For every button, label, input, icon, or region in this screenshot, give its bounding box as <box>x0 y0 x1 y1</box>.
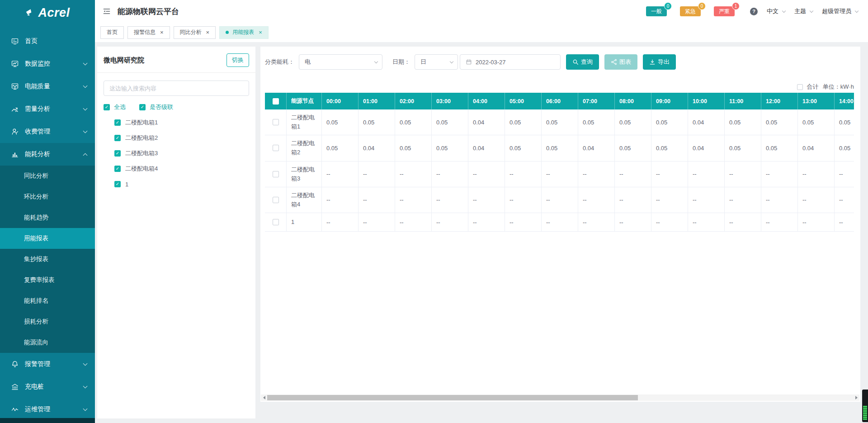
value-cell: -- <box>542 162 578 187</box>
tab-3[interactable]: 用能报表× <box>219 26 269 39</box>
select-all-check[interactable]: ✓ 全选 <box>104 103 126 111</box>
alarm-badge-group: 一般0紧急0严重1 <box>646 6 735 16</box>
content-area: 微电网研究院 切换 ✓ 全选 ✓ 是否级联 ✓二楼配电箱1✓二楼配电箱2✓二楼配… <box>95 42 868 423</box>
tree-search-input[interactable] <box>104 81 249 96</box>
header-node-cell: 能源节点 <box>287 93 322 109</box>
scrollbar-thumb[interactable] <box>267 395 638 400</box>
theme-select[interactable]: 主题 <box>794 7 813 15</box>
tree-item-4[interactable]: ✓1 <box>114 176 255 192</box>
header-hour-cell: 00:00 <box>322 93 359 109</box>
export-button[interactable]: 导出 <box>643 54 676 70</box>
sidebar-item-label: 收费管理 <box>25 128 84 136</box>
value-cell: -- <box>395 213 432 232</box>
value-cell: -- <box>615 213 651 232</box>
table-header: 能源节点00:0001:0002:0003:0004:0005:0006:000… <box>265 93 854 109</box>
node-cell: 二楼配电箱1 <box>287 109 322 135</box>
submenu-item-5[interactable]: 复费率报表 <box>0 270 95 290</box>
tree-item-label: 二楼配电箱3 <box>125 149 158 157</box>
tab-close-icon[interactable]: × <box>160 29 164 35</box>
tree-item-checkbox[interactable]: ✓ <box>114 119 121 126</box>
category-select[interactable]: 电 <box>299 54 382 70</box>
select-all-rows-checkbox[interactable] <box>273 98 279 105</box>
tree-item-checkbox[interactable]: ✓ <box>114 150 121 157</box>
chart-button-label: 图表 <box>619 58 631 66</box>
row-checkbox[interactable] <box>273 171 279 177</box>
tree-item-0[interactable]: ✓二楼配电箱1 <box>114 115 255 130</box>
submenu-item-1[interactable]: 环比分析 <box>0 186 95 207</box>
sidebar-item-alarm[interactable]: 报警管理 <box>0 353 95 375</box>
row-checkbox[interactable] <box>273 145 279 151</box>
date-type-select[interactable]: 日 <box>415 54 458 70</box>
help-icon[interactable]: ? <box>750 8 758 15</box>
language-select[interactable]: 中文 <box>767 7 785 15</box>
value-cell: 0.05 <box>505 135 542 161</box>
tab-2[interactable]: 同比分析× <box>174 26 216 39</box>
tree-item-1[interactable]: ✓二楼配电箱2 <box>114 130 255 146</box>
scroll-right-arrow-icon[interactable] <box>853 394 859 401</box>
value-cell: -- <box>798 187 835 213</box>
header-hour-cell: 03:00 <box>432 93 468 109</box>
select-all-checkbox[interactable]: ✓ <box>104 104 110 110</box>
header-hour-cell: 01:00 <box>359 93 395 109</box>
submenu-item-8[interactable]: 能源流向 <box>0 332 95 353</box>
sidebar-item-fee-management[interactable]: 收费管理 <box>0 120 95 143</box>
row-checkbox[interactable] <box>273 219 279 225</box>
tab-close-icon[interactable]: × <box>206 29 210 35</box>
submenu-item-6[interactable]: 能耗排名 <box>0 290 95 311</box>
alarm-badge-1[interactable]: 紧急0 <box>680 6 701 16</box>
cascade-check[interactable]: ✓ 是否级联 <box>139 103 173 111</box>
value-cell: -- <box>651 187 688 213</box>
sidebar-item-data-monitor[interactable]: 数据监控 <box>0 52 95 75</box>
value-cell: 0.05 <box>615 109 651 135</box>
submenu-item-2[interactable]: 能耗趋势 <box>0 207 95 228</box>
sidebar-item-ops[interactable]: 运维管理 <box>0 398 95 421</box>
row-checkbox[interactable] <box>273 119 279 125</box>
app-title: 能源物联网云平台 <box>118 6 179 17</box>
header-hour-cell: 04:00 <box>468 93 505 109</box>
tab-close-icon[interactable]: × <box>259 29 262 35</box>
tab-0[interactable]: 首页 <box>100 26 124 39</box>
alarm-badge-count: 0 <box>664 2 672 10</box>
total-checkbox[interactable] <box>797 84 803 90</box>
active-tab-dot <box>226 31 229 34</box>
tree-item-label: 1 <box>125 181 128 188</box>
row-checkbox[interactable] <box>273 197 279 203</box>
panel-title: 微电网研究院 <box>104 56 144 65</box>
submenu-item-7[interactable]: 损耗分析 <box>0 311 95 332</box>
query-toolbar: 分类能耗： 电 日期： 日 2022-03-27 查询 <box>265 54 676 70</box>
query-button[interactable]: 查询 <box>566 54 599 70</box>
submenu-item-3[interactable]: 用能报表 <box>0 228 95 249</box>
tab-1[interactable]: 报警信息× <box>127 26 170 39</box>
date-type-value: 日 <box>420 58 426 66</box>
scroll-left-arrow-icon[interactable] <box>261 394 267 401</box>
sidebar-item-charging-pile[interactable]: 充电桩 <box>0 375 95 398</box>
cascade-checkbox[interactable]: ✓ <box>139 104 146 110</box>
alarm-badge-0[interactable]: 一般0 <box>646 6 667 16</box>
ops-icon <box>11 405 19 413</box>
sidebar-item-demand-analysis[interactable]: 需量分析 <box>0 98 95 120</box>
tree-item-2[interactable]: ✓二楼配电箱3 <box>114 146 255 161</box>
value-cell: 0.05 <box>542 135 578 161</box>
user-menu[interactable]: 超级管理员 <box>822 7 858 15</box>
chevron-down-icon <box>83 361 88 366</box>
value-cell: 0.05 <box>761 109 798 135</box>
tree-item-checkbox[interactable]: ✓ <box>114 181 121 187</box>
alarm-badge-label: 紧急 <box>685 8 696 15</box>
horizontal-scrollbar[interactable] <box>261 394 859 401</box>
sidebar-item-power-quality[interactable]: 电能质量 <box>0 75 95 98</box>
sidebar-collapse-icon[interactable] <box>102 7 111 16</box>
chart-button[interactable]: 图表 <box>604 54 637 70</box>
date-picker[interactable]: 2022-03-27 <box>460 54 561 70</box>
data-monitor-icon <box>11 60 19 68</box>
tree-item-checkbox[interactable]: ✓ <box>114 166 121 172</box>
tree-item-checkbox[interactable]: ✓ <box>114 135 121 141</box>
value-cell: -- <box>761 213 798 232</box>
sidebar-item-energy-analysis[interactable]: 能耗分析 <box>0 143 95 166</box>
submenu-item-0[interactable]: 同比分析 <box>0 166 95 186</box>
sidebar-item-home[interactable]: 首页 <box>0 30 95 52</box>
acrel-logo-text: Acrel <box>38 6 70 20</box>
submenu-item-4[interactable]: 集抄报表 <box>0 249 95 270</box>
alarm-badge-2[interactable]: 严重1 <box>714 6 735 16</box>
tree-item-3[interactable]: ✓二楼配电箱4 <box>114 161 255 176</box>
switch-button[interactable]: 切换 <box>226 53 249 67</box>
